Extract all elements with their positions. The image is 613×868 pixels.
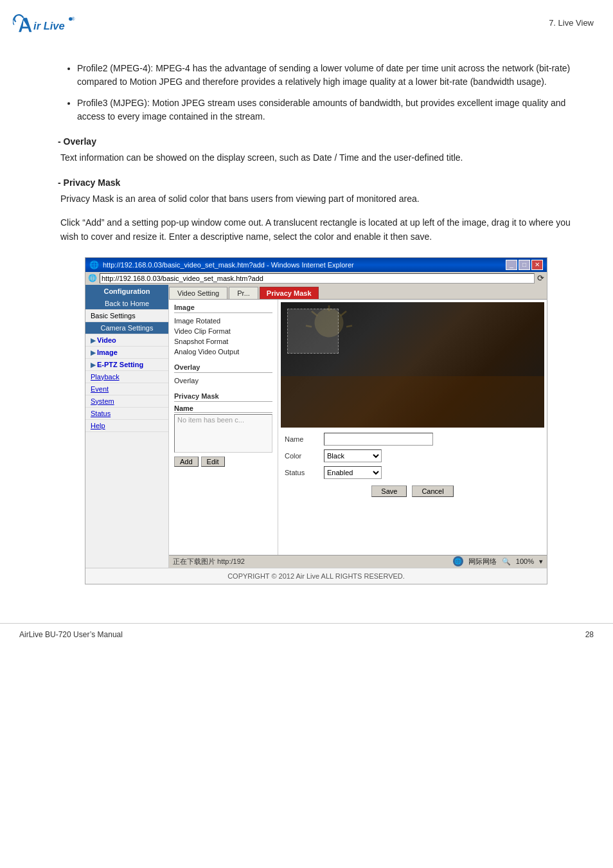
ie-title-label: http://192.168.0.03/basic_video_set_mask… — [103, 261, 354, 269]
cancel-button[interactable]: Cancel — [412, 485, 453, 497]
privacy-body2: Click “Add” and a setting pop-up window … — [58, 215, 574, 244]
form-section: Name Color Black White Red Green — [281, 428, 544, 552]
cam-dark-area — [281, 376, 544, 428]
sidebar-config-label: Configuration — [85, 285, 168, 298]
svg-line-5 — [341, 311, 346, 316]
tab-pr[interactable]: Pr... — [229, 287, 258, 299]
name-label: Name — [285, 435, 320, 443]
form-row-status: Status Enabled Disabled — [285, 466, 540, 479]
sidebar-item-eptz[interactable]: ▶E-PTZ Setting — [85, 359, 168, 371]
camera-image — [281, 302, 544, 428]
sidebar-item-status[interactable]: Status — [85, 408, 168, 420]
zoom-dropdown-icon[interactable]: ▾ — [539, 557, 543, 566]
address-label: 🌐 — [88, 274, 97, 282]
save-cancel-row: Save Cancel — [285, 485, 540, 497]
tabs-row: Video Setting Pr... Privacy Mask — [169, 285, 547, 300]
bullet-list: Profile2 (MPEG-4): MPEG-4 has the advant… — [58, 62, 574, 123]
privacy-body1: Privacy Mask is an area of solid color t… — [58, 192, 574, 206]
eptz-icon: ▶ — [91, 361, 96, 368]
overlay-section-title: Overlay — [174, 363, 272, 373]
sidebar: Configuration Back to Home Basic Setting… — [85, 285, 169, 568]
privacy-list-area: No item has been c... — [174, 414, 272, 453]
camera-area: Name Color Black White Red Green — [278, 300, 547, 555]
form-row-name: Name — [285, 433, 540, 446]
save-button[interactable]: Save — [371, 485, 407, 497]
settings-column: Image Image Rotated Video Clip Format Sn… — [169, 300, 278, 555]
privacy-list-empty-text: No item has been c... — [177, 416, 244, 424]
page-header: ir Live ® 7. Live View — [0, 0, 613, 55]
address-input[interactable] — [100, 273, 535, 284]
setting-snapshot[interactable]: Snapshot Format — [174, 336, 272, 347]
add-button[interactable]: Add — [174, 457, 199, 467]
airlive-logo: ir Live ® — [13, 12, 84, 47]
ie-title-text: 🌐 http://192.168.0.03/basic_video_set_ma… — [89, 260, 354, 269]
ie-controls[interactable]: _ □ ✕ — [506, 260, 543, 270]
sidebar-item-camera[interactable]: Camera Settings — [85, 322, 168, 334]
refresh-icon[interactable]: ⟳ — [537, 273, 544, 283]
screenshot-box: 🌐 http://192.168.0.03/basic_video_set_ma… — [85, 257, 547, 584]
network-globe-icon: 🌐 — [453, 556, 463, 566]
overlay-body: Text information can be showed on the di… — [58, 150, 574, 165]
main-content: Profile2 (MPEG-4): MPEG-4 has the advant… — [0, 55, 613, 610]
sidebar-item-playback[interactable]: Playback — [85, 371, 168, 383]
add-edit-btns: Add Edit — [174, 457, 272, 467]
ie-minimize-btn[interactable]: _ — [506, 260, 517, 270]
logo: ir Live ® — [13, 12, 90, 49]
page-footer: AirLive BU-720 User’s Manual 28 — [0, 623, 613, 646]
sidebar-item-back[interactable]: Back to Home — [85, 298, 168, 310]
ie-statusbar: 正在下载图片 http:/192 🌐 网际网络 🔍 100% ▾ — [169, 555, 547, 568]
image-icon: ▶ — [91, 349, 96, 356]
ie-close-btn[interactable]: ✕ — [531, 260, 543, 270]
sidebar-item-help[interactable]: Help — [85, 420, 168, 432]
status-left-text: 正在下载图片 http:/192 — [173, 557, 245, 566]
network-label: 网际网络 — [468, 557, 497, 566]
bullet-item: Profile2 (MPEG-4): MPEG-4 has the advant… — [77, 62, 574, 89]
setting-overlay[interactable]: Overlay — [174, 375, 272, 386]
sidebar-item-video[interactable]: ▶Video — [85, 334, 168, 347]
svg-text:®: ® — [72, 17, 75, 21]
ie-titlebar: 🌐 http://192.168.0.03/basic_video_set_ma… — [85, 258, 547, 272]
video-icon: ▶ — [91, 337, 96, 344]
name-input[interactable] — [324, 433, 433, 446]
ie-addressbar: 🌐 ⟳ — [85, 272, 547, 285]
bullet-item: Profile3 (MJPEG): Motion JPEG stream use… — [77, 96, 574, 123]
tab-video-setting[interactable]: Video Setting — [169, 287, 227, 299]
main-panel: Video Setting Pr... Privacy Mask Image I… — [169, 285, 547, 568]
zoom-level: 🔍 — [502, 557, 511, 566]
overlay-heading: - Overlay — [58, 136, 574, 147]
camera-mask-overlay — [287, 309, 339, 354]
sidebar-item-basic[interactable]: Basic Settings — [85, 310, 168, 322]
tab-privacy-mask[interactable]: Privacy Mask — [260, 287, 319, 299]
setting-analog[interactable]: Analog Video Output — [174, 347, 272, 357]
setting-video-clip[interactable]: Video Clip Format — [174, 326, 272, 336]
zoom-value: 100% — [516, 557, 534, 565]
edit-button[interactable]: Edit — [201, 457, 225, 467]
ie-restore-btn[interactable]: □ — [519, 260, 530, 270]
sidebar-item-event[interactable]: Event — [85, 383, 168, 395]
ie-body: Configuration Back to Home Basic Setting… — [85, 285, 547, 568]
privacy-heading: - Privacy Mask — [58, 177, 574, 188]
chapter-label: 7. Live View — [549, 12, 594, 28]
footer-page-number: 28 — [585, 630, 594, 639]
setting-image-rotated[interactable]: Image Rotated — [174, 316, 272, 326]
privacy-list-header: Name — [174, 404, 272, 413]
status-select[interactable]: Enabled Disabled — [324, 466, 382, 479]
color-label: Color — [285, 452, 320, 460]
panel-content: Image Image Rotated Video Clip Format Sn… — [169, 300, 547, 555]
svg-text:ir Live: ir Live — [33, 20, 65, 32]
privacy-section-title: Privacy Mask — [174, 392, 272, 402]
image-section-title: Image — [174, 303, 272, 313]
copyright-footer: COPYRIGHT © 2012 Air Live ALL RIGHTS RES… — [85, 568, 547, 584]
ie-globe-icon: 🌐 — [89, 260, 99, 269]
sidebar-item-image[interactable]: ▶Image — [85, 347, 168, 359]
copyright-text: COPYRIGHT © 2012 Air Live ALL RIGHTS RES… — [227, 572, 405, 580]
form-row-color: Color Black White Red Green Blue — [285, 449, 540, 462]
svg-line-6 — [346, 325, 352, 327]
status-label: Status — [285, 469, 320, 476]
status-right: 🌐 网际网络 🔍 100% ▾ — [453, 556, 543, 566]
sidebar-item-system[interactable]: System — [85, 395, 168, 408]
color-select[interactable]: Black White Red Green Blue — [324, 449, 382, 462]
footer-manual-label: AirLive BU-720 User’s Manual — [19, 630, 123, 639]
